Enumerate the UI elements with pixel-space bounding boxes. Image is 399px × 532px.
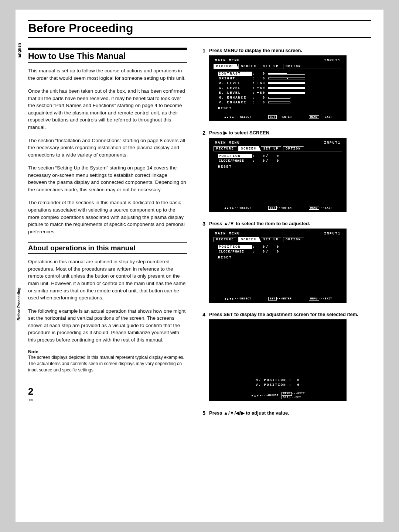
osd-reset: RESET (211, 254, 344, 263)
right-column: 1 Press MENU to display the menu screen.… (201, 48, 371, 422)
osd-vpos-label: V. POSITION (256, 383, 286, 387)
osd-item-value: 0 (256, 245, 266, 249)
osd-vpos-value: 0 (297, 383, 300, 387)
step-4: 4 Press SET to display the adjustment sc… (201, 312, 371, 406)
step-number: 4 (201, 312, 205, 406)
set-button-icon: SET (282, 396, 290, 399)
set-button-icon: SET (268, 297, 277, 301)
step-4-text: Press SET to display the adjustment scre… (209, 312, 371, 317)
manual-page: English Before Proceeding Before Proceed… (16, 10, 383, 522)
osd-footer: ◄▲▼►···SELECT SET···ENTER MENU···EXIT (211, 296, 344, 302)
osd-row-position: POSITION: 0/ 0 (211, 154, 344, 158)
osd-item-label: CONTRAST (218, 72, 252, 76)
page-title: Before Proceeding (28, 21, 371, 37)
osd-row-bright: BRIGHT.: 0 (211, 76, 344, 81)
heading-about-operations: About operations in this manual (28, 242, 187, 254)
para-3: The section “Installation and Connection… (28, 137, 187, 159)
osd-tab-picture: PICTURE (214, 237, 239, 242)
osd-row-henhance: H. ENHANCE: 0 (211, 95, 344, 100)
osd-item-value: 0 (256, 154, 266, 158)
osd-hpos-value: 0 (297, 378, 300, 382)
osd-slider (268, 92, 305, 94)
osd-item-value: 0 (256, 250, 266, 254)
heading-how-to-use: How to Use This Manual (28, 48, 187, 63)
osd-slider (268, 102, 290, 103)
step-5: 5 Press ▲/▼/◀/▶ to adjust the value. (201, 410, 371, 418)
step-number: 1 (201, 48, 205, 126)
osd-item-value: 0 (269, 154, 279, 158)
osd-item-value: 0 (269, 245, 279, 249)
note-line-2: The actual items and contents seen in sc… (28, 361, 187, 373)
osd-item-label: CLOCK/PHASE (218, 159, 252, 163)
page-number-lang: En (29, 398, 187, 402)
osd-item-label: POSITION (218, 245, 252, 249)
osd-tab-option: OPTION (283, 64, 306, 69)
page-number: 2 (28, 386, 187, 397)
osd-screenshot-2: MAIN MENU INPUT1 PICTURE SCREEN SET UP O… (209, 138, 347, 212)
side-language-label: English (17, 43, 21, 58)
dpad-icon: ◄▲▼► (224, 297, 235, 301)
step-5-text: Press ▲/▼/◀/▶ to adjust the value. (209, 410, 371, 416)
osd-slider (268, 78, 305, 79)
osd-tab-setup: SET UP (261, 237, 283, 242)
osd-title: MAIN MENU (215, 141, 240, 145)
osd-input-badge: INPUT1 (324, 141, 341, 145)
osd-input-badge: INPUT1 (324, 58, 341, 62)
osd-reset: RESET (211, 163, 344, 172)
osd-item-value: +60 (256, 81, 266, 85)
osd-item-label: H. ENHANCE (218, 96, 252, 100)
osd-input-badge: INPUT1 (324, 231, 341, 236)
osd-tab-picture: PICTURE (214, 64, 239, 69)
osd-slider (268, 73, 305, 75)
osd-row-clockphase: CLOCK/PHASE: 0/ 0 (211, 158, 344, 163)
osd-item-label: R. LEVEL (218, 81, 252, 85)
set-button-icon: SET (268, 206, 277, 210)
dpad-icon: ◄▲▼► (251, 394, 262, 397)
dpad-icon: ◄▲▼► (224, 116, 235, 119)
osd-footer: ◄▲▼►···SELECT SET···ENTER MENU···EXIT (211, 205, 344, 211)
osd-item-label: B. LEVEL (218, 91, 252, 95)
osd-item-value: +60 (256, 86, 266, 90)
osd-screenshot-1: MAIN MENU INPUT1 PICTURE SCREEN SET UP O… (209, 55, 347, 121)
osd-slider (268, 87, 305, 89)
osd-tab-option: OPTION (283, 146, 306, 151)
osd-tab-screen: SCREEN (238, 146, 261, 151)
osd-item-value: 0 (256, 100, 266, 104)
para-6: Operations in this manual are outlined i… (28, 258, 187, 301)
note-heading: Note (28, 349, 187, 354)
step-2: 2 Press ▶ to select SCREEN. MAIN MENU IN… (201, 130, 371, 217)
menu-button-icon: MENU (309, 297, 319, 301)
osd-footer: ◄▲▼►···ADJUST MENU···EXIT SET···SET (211, 391, 344, 401)
osd-row-glevel: G. LEVEL: +60 (211, 86, 344, 90)
osd-item-label: V. ENHANCE (218, 100, 252, 104)
osd-title: MAIN MENU (215, 58, 240, 62)
side-section-label: Before Proceeding (17, 288, 21, 320)
osd-slider (268, 82, 305, 84)
osd-row-contrast: CONTRAST: 0 (211, 71, 344, 76)
osd-reset: RESET (211, 105, 344, 114)
step-3-text: Press ▲/▼ to select the item to be adjus… (209, 221, 371, 226)
osd-tab-screen: SCREEN (238, 237, 261, 242)
osd-tab-picture: PICTURE (214, 146, 239, 151)
osd-item-value: 0 (256, 96, 266, 100)
osd-row-venhance: V. ENHANCE: 0 (211, 100, 344, 105)
step-3: 3 Press ▲/▼ to select the item to be adj… (201, 221, 371, 308)
osd-footer: ◄▲▼►···SELECT SET···ENTER MENU···EXIT (211, 114, 344, 120)
osd-screenshot-3: MAIN MENU INPUT1 PICTURE SCREEN SET UP O… (209, 229, 347, 303)
set-button-icon: SET (268, 115, 277, 119)
osd-row-rlevel: R. LEVEL: +60 (211, 81, 344, 86)
osd-item-value: 0 (256, 72, 266, 76)
para-5: The remainder of the sections in this ma… (28, 199, 187, 235)
osd-item-label: BRIGHT. (218, 76, 252, 80)
osd-row-clockphase: CLOCK/PHASE: 0/ 0 (211, 249, 344, 254)
osd-item-label: POSITION (218, 154, 252, 158)
step-1: 1 Press MENU to display the menu screen.… (201, 48, 371, 126)
osd-row-position: POSITION: 0/ 0 (211, 244, 344, 249)
osd-screenshot-4: H. POSITION : 0 V. POSITION : 0 ◄▲▼►···A… (209, 319, 347, 401)
para-7: The following example is an actual opera… (28, 308, 187, 344)
osd-hpos-label: H. POSITION (256, 378, 286, 382)
step-number: 5 (201, 410, 205, 418)
osd-item-value: 0 (269, 250, 279, 254)
para-1: This manual is set up to follow the cour… (28, 67, 187, 82)
menu-button-icon: MENU (282, 392, 292, 396)
